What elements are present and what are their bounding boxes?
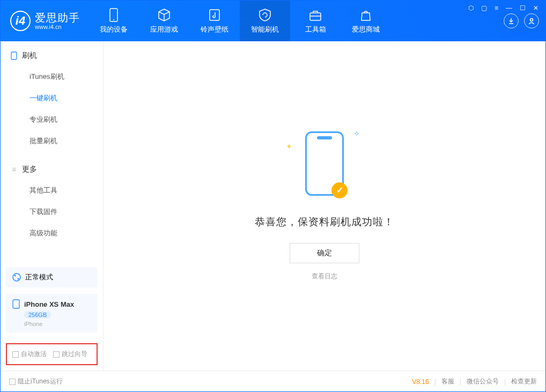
download-button[interactable] (504, 13, 519, 28)
section-flash: 刷机 (1, 51, 103, 66)
svg-rect-10 (13, 300, 19, 308)
mode-label: 正常模式 (25, 272, 53, 282)
sidebar-item-itunes[interactable]: iTunes刷机 (1, 66, 103, 87)
tab-ringtones[interactable]: 铃声壁纸 (189, 1, 240, 41)
support-link[interactable]: 客服 (441, 377, 454, 386)
phone-icon (10, 52, 18, 60)
tab-store[interactable]: 爱思商城 (341, 1, 391, 41)
config-icon[interactable]: ⬡ (468, 4, 474, 12)
device-capacity: 256GB (24, 311, 51, 319)
success-illustration: ✓ ✦ ✧ (305, 131, 344, 196)
tab-apps[interactable]: 应用游戏 (139, 1, 189, 41)
success-message: 恭喜您，保资料刷机成功啦！ (255, 215, 394, 229)
confirm-button[interactable]: 确定 (290, 243, 359, 263)
window-controls: ⬡ ▢ ≡ — ☐ ✕ (468, 4, 538, 12)
brand-url: www.i4.cn (35, 24, 80, 30)
version-label: V8.16 (412, 378, 429, 386)
phone-illustration-icon: ✓ (305, 131, 344, 196)
checkbox-block-itunes[interactable]: 阻止iTunes运行 (9, 377, 63, 386)
device-icon (106, 8, 121, 23)
sparkle-icon: ✧ (353, 129, 360, 138)
svg-rect-2 (210, 10, 219, 20)
minimize-button[interactable]: — (506, 4, 512, 12)
close-button[interactable]: ✕ (533, 4, 538, 12)
device-name: iPhone XS Max (24, 300, 74, 308)
tab-flash[interactable]: 智能刷机 (240, 1, 290, 41)
svg-rect-6 (11, 52, 17, 60)
toolbox-icon (308, 8, 323, 23)
sparkle-icon: ✦ (286, 142, 292, 151)
sidebar-item-advanced[interactable]: 高级功能 (1, 223, 103, 244)
user-button[interactable] (524, 13, 539, 28)
svg-point-8 (14, 275, 16, 277)
logo-icon: i4 (10, 11, 31, 31)
svg-point-9 (18, 278, 19, 280)
sidebar: 刷机 iTunes刷机 一键刷机 专业刷机 批量刷机 ≡ 更多 其他工具 下载固… (1, 41, 104, 371)
check-update-link[interactable]: 检查更新 (511, 377, 537, 386)
sidebar-item-pro[interactable]: 专业刷机 (1, 109, 103, 130)
sidebar-item-oneclick[interactable]: 一键刷机 (1, 87, 103, 109)
main-tabs: 我的设备 应用游戏 铃声壁纸 智能刷机 工具箱 爱思商城 (88, 1, 504, 41)
menu-icon[interactable]: ≡ (495, 4, 498, 12)
svg-point-7 (13, 273, 20, 281)
checkbox-auto-activate[interactable]: 自动激活 (12, 350, 47, 359)
bag-icon (358, 8, 373, 23)
footer: 阻止iTunes运行 V8.16 | 客服 | 微信公众号 | 检查更新 (1, 371, 545, 392)
device-info[interactable]: iPhone XS Max 256GB iPhone (6, 294, 98, 332)
device-type: iPhone (24, 321, 42, 327)
list-icon: ≡ (10, 166, 18, 173)
cube-icon (157, 8, 172, 23)
svg-rect-3 (310, 13, 321, 20)
check-badge-icon: ✓ (331, 182, 348, 198)
mode-status[interactable]: 正常模式 (6, 267, 98, 287)
maximize-button[interactable]: ☐ (520, 4, 526, 12)
checkbox-skip-guide[interactable]: 跳过向导 (53, 350, 87, 359)
svg-point-5 (530, 19, 533, 21)
logo[interactable]: i4 爱思助手 www.i4.cn (1, 1, 88, 41)
wechat-link[interactable]: 微信公众号 (467, 377, 499, 386)
main-content: ✓ ✦ ✧ 恭喜您，保资料刷机成功啦！ 确定 查看日志 (104, 41, 545, 371)
mode-icon (12, 273, 21, 282)
sidebar-item-othertools[interactable]: 其他工具 (1, 180, 103, 201)
view-log-link[interactable]: 查看日志 (312, 272, 337, 281)
highlighted-options: 自动激活 跳过向导 (6, 343, 98, 365)
tab-my-device[interactable]: 我的设备 (88, 1, 139, 41)
music-icon (207, 8, 222, 23)
sidebar-item-firmware[interactable]: 下载固件 (1, 201, 103, 223)
tab-toolbox[interactable]: 工具箱 (290, 1, 341, 41)
sidebar-item-batch[interactable]: 批量刷机 (1, 130, 103, 152)
skin-icon[interactable]: ▢ (481, 4, 487, 12)
header: i4 爱思助手 www.i4.cn 我的设备 应用游戏 铃声壁纸 智能刷机 工具… (1, 1, 545, 41)
refresh-shield-icon (257, 8, 272, 23)
device-phone-icon (12, 299, 20, 309)
section-more: ≡ 更多 (1, 165, 103, 180)
brand-name: 爱思助手 (35, 12, 80, 24)
svg-point-1 (113, 19, 114, 20)
